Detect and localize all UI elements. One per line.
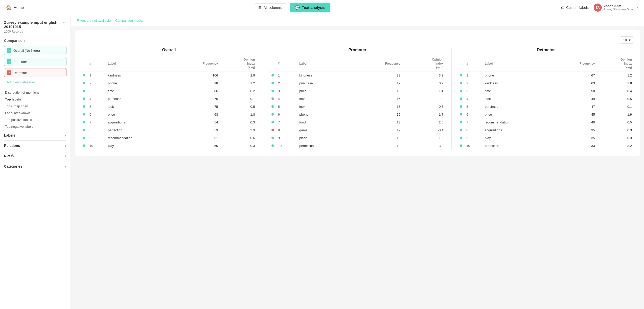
comparison-table-container: 10 ▾ Overall # Label Frequency <box>75 30 640 156</box>
nav-item-distribution[interactable]: Distribution of mentions <box>4 89 66 96</box>
detractor-section: Detractor # Label Frequency OpinionIndex… <box>451 48 634 150</box>
opinion-cell: 0.3 <box>220 118 257 126</box>
label-cell[interactable]: play <box>483 134 551 142</box>
overall-hash-header: # <box>87 56 106 71</box>
opinion-cell: 1.6 <box>402 134 445 142</box>
label-cell[interactable]: recommendation <box>483 118 551 126</box>
dot-cell <box>81 79 87 87</box>
label-cell[interactable]: look <box>297 103 349 111</box>
dataseries-item-detractor[interactable]: ✓ Detractor ··· <box>4 68 66 77</box>
label-cell[interactable]: kindness <box>106 71 174 79</box>
dot-cell <box>81 87 87 95</box>
label-cell[interactable]: game <box>297 126 349 134</box>
label-cell[interactable]: time <box>483 87 551 95</box>
rank-cell: 6 <box>464 111 483 118</box>
nav-item-label-breakdown[interactable]: Label breakdown <box>4 110 66 116</box>
label-cell[interactable]: recommendation <box>106 134 174 142</box>
home-label[interactable]: Home <box>14 5 24 10</box>
label-cell[interactable]: price <box>297 87 349 95</box>
rank-cell: 9 <box>464 134 483 142</box>
more-options-icon[interactable]: ··· <box>63 20 66 25</box>
detractor-dot-col-header <box>458 56 464 71</box>
page-size-chevron-icon: ▾ <box>629 38 631 42</box>
label-cell[interactable]: time <box>106 87 174 95</box>
nav-item-topic-map[interactable]: Topic map chart <box>4 103 66 110</box>
rank-cell: 10 <box>87 142 106 150</box>
label-cell[interactable]: price <box>483 111 551 118</box>
collapse-icon[interactable]: — <box>62 38 66 43</box>
frequency-cell: 16 <box>349 95 402 103</box>
dot-cell <box>458 87 464 95</box>
table-row: 6 price 45 1.9 <box>458 111 634 118</box>
label-cell[interactable]: food <box>297 118 349 126</box>
add-dataseries-button[interactable]: + Add new dataseries <box>4 79 66 85</box>
chat-icon: 💬 <box>295 5 300 10</box>
dot-cell <box>81 126 87 134</box>
sentiment-dot <box>83 90 85 92</box>
label-cell[interactable]: price <box>106 111 174 118</box>
categories-section[interactable]: Categories ▾ <box>4 161 66 171</box>
dot-cell <box>81 111 87 118</box>
dot-cell <box>269 126 276 134</box>
sentiment-dot <box>83 82 85 84</box>
sentiment-dot <box>460 74 462 76</box>
opinion-cell: 2.9 <box>220 71 257 79</box>
nav-item-top-negative[interactable]: Top negative labels <box>4 123 66 130</box>
label-cell[interactable]: time <box>297 95 349 103</box>
opinion-cell: 0.6 <box>220 134 257 142</box>
overall-dot-col-header <box>81 56 87 71</box>
table-row: 3 time 86 0.2 <box>81 87 257 95</box>
rank-cell: 7 <box>276 118 297 126</box>
dataseries-item-overall[interactable]: ✓ Overall (No filters) <box>4 46 66 55</box>
label-cell[interactable]: phone <box>106 79 174 87</box>
label-cell[interactable]: perfection <box>106 126 174 134</box>
label-cell[interactable]: place <box>297 134 349 142</box>
sentiment-dot <box>460 97 462 100</box>
label-cell[interactable]: look <box>483 95 551 103</box>
opinion-cell: 0 <box>402 95 445 103</box>
user-profile[interactable]: ZA Zsófia Antal Zurvey Showcase Group ▾ <box>594 4 638 12</box>
label-cell[interactable]: purchase <box>483 103 551 111</box>
label-cell[interactable]: acquisitions <box>106 118 174 126</box>
frequency-cell: 75 <box>174 95 220 103</box>
promoter-more-icon[interactable]: ··· <box>61 60 64 64</box>
label-cell[interactable]: purchase <box>297 79 349 87</box>
overall-section: Overall # Label Frequency OpinionIndex(a… <box>81 48 263 150</box>
records-count: 1000 Records <box>4 30 63 33</box>
detractor-more-icon[interactable]: ··· <box>61 71 64 75</box>
custom-labels-button[interactable]: 🏷 Custom labels <box>561 6 589 10</box>
sentiment-dot <box>460 82 462 84</box>
dot-cell <box>458 71 464 79</box>
table-row: 8 game 12 -0.4 <box>269 126 446 134</box>
opinion-cell: 0.2 <box>220 87 257 95</box>
label-cell[interactable]: acquisitions <box>483 126 551 134</box>
opinion-cell: 1.4 <box>402 87 445 95</box>
label-cell[interactable]: play <box>106 142 174 150</box>
page-size-select[interactable]: 10 ▾ <box>620 36 634 44</box>
label-cell[interactable]: look <box>106 103 174 111</box>
labels-section[interactable]: Labels ▾ <box>4 130 66 140</box>
text-analysis-button[interactable]: 💬 Text analysis <box>290 3 330 12</box>
label-cell[interactable]: kindness <box>483 79 551 87</box>
label-cell[interactable]: kindness <box>297 71 349 79</box>
nav-item-top-positive[interactable]: Top positive labels <box>4 116 66 123</box>
relations-section[interactable]: Relations ▾ <box>4 140 66 151</box>
all-columns-button[interactable]: ☰ All columns <box>254 3 286 12</box>
label-cell[interactable]: phone <box>297 111 349 118</box>
project-info: Zurvey example input english 20191015 10… <box>4 20 63 37</box>
frequency-cell: 40 <box>551 118 597 126</box>
label-cell[interactable]: perfection <box>483 142 551 150</box>
dataseries-item-promoter[interactable]: ✓ Promoter ··· <box>4 57 66 66</box>
rank-cell: 4 <box>276 95 297 103</box>
opinion-cell: 2.8 <box>597 79 634 87</box>
label-cell[interactable]: perfection <box>297 142 349 150</box>
table-row: 1 kindness 106 2.9 <box>81 71 257 79</box>
nps-section[interactable]: NPS® ▾ <box>4 151 66 161</box>
frequency-cell: 67 <box>551 71 597 79</box>
sentiment-dot <box>271 82 274 84</box>
nav-item-top-labels[interactable]: Top labels <box>4 96 66 103</box>
label-cell[interactable]: purchase <box>106 95 174 103</box>
label-cell[interactable]: phone <box>483 71 551 79</box>
dot-cell <box>81 71 87 79</box>
sentiment-dot <box>83 121 85 123</box>
